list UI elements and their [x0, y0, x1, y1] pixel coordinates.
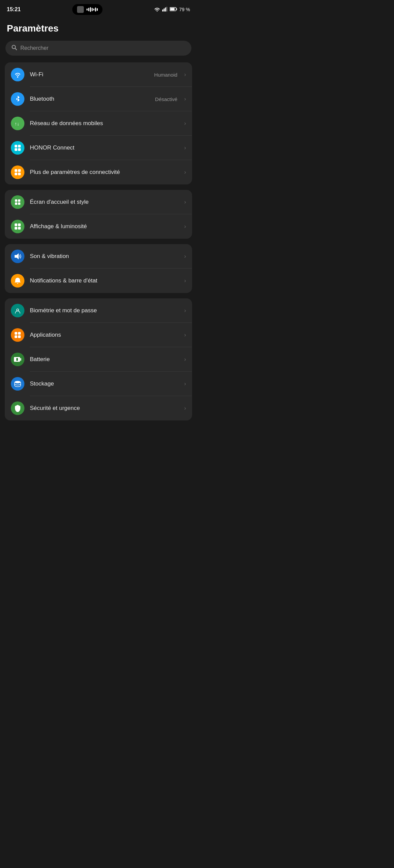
settings-group-security-apps: Biométrie et mot de passe › Applications… — [5, 298, 192, 420]
svg-rect-25 — [18, 227, 21, 230]
svg-rect-23 — [18, 223, 21, 226]
mobile-data-label: Réseau de données mobiles — [30, 120, 179, 127]
svg-rect-33 — [20, 358, 21, 361]
settings-item-wifi[interactable]: Wi-Fi Humanoid › — [5, 62, 192, 87]
bluetooth-icon — [11, 92, 24, 106]
page-title: Paramètres — [0, 18, 197, 41]
svg-rect-11 — [18, 145, 21, 147]
svg-rect-10 — [15, 145, 17, 147]
settings-item-battery[interactable]: Batterie › — [5, 347, 192, 372]
more-connectivity-icon — [11, 165, 24, 179]
chevron-icon: › — [184, 308, 186, 314]
settings-item-notifications[interactable]: Notifications & barre d'état › — [5, 269, 192, 293]
svg-rect-16 — [15, 173, 17, 175]
settings-item-mobile-data[interactable]: ↑↓ Réseau de données mobiles › — [5, 111, 192, 136]
status-indicators: 79 % — [154, 7, 190, 13]
settings-item-storage[interactable]: Stockage › — [5, 372, 192, 396]
svg-rect-28 — [15, 332, 17, 335]
app-thumbnail — [77, 6, 84, 13]
search-placeholder: Rechercher — [20, 45, 49, 51]
notifications-label: Notifications & barre d'état — [30, 277, 179, 284]
signal-strength-icon — [162, 7, 168, 13]
applications-label: Applications — [30, 332, 179, 338]
notifications-icon — [11, 274, 24, 288]
svg-rect-12 — [15, 148, 17, 151]
settings-item-display-brightness[interactable]: Affichage & luminosité › — [5, 214, 192, 239]
settings-group-connectivity: Wi-Fi Humanoid › Bluetooth Désactivé › ↑… — [5, 62, 192, 184]
applications-icon — [11, 328, 24, 342]
svg-rect-21 — [18, 202, 20, 205]
search-icon — [12, 45, 17, 52]
settings-group-sound-notif: Son & vibration › Notifications & barre … — [5, 244, 192, 293]
settings-item-biometrics[interactable]: Biométrie et mot de passe › — [5, 298, 192, 323]
settings-item-bluetooth[interactable]: Bluetooth Désactivé › — [5, 87, 192, 111]
svg-rect-17 — [18, 173, 21, 175]
svg-rect-34 — [16, 358, 18, 361]
svg-rect-15 — [18, 169, 21, 172]
biometrics-label: Biométrie et mot de passe — [30, 307, 179, 314]
audio-wave-icon — [87, 7, 98, 12]
svg-rect-3 — [166, 7, 167, 12]
chevron-icon: › — [184, 278, 186, 284]
biometrics-icon — [11, 304, 24, 317]
battery-percent: 79 % — [179, 7, 190, 12]
settings-item-more-connectivity[interactable]: Plus de paramètres de connectivité › — [5, 160, 192, 184]
battery-label: Batterie — [30, 356, 179, 363]
settings-item-home-screen[interactable]: Écran d'accueil et style › — [5, 190, 192, 214]
display-brightness-label: Affichage & luminosité — [30, 223, 179, 230]
more-connectivity-label: Plus de paramètres de connectivité — [30, 169, 179, 176]
chevron-icon: › — [184, 199, 186, 205]
chevron-icon: › — [184, 332, 186, 338]
svg-rect-1 — [164, 8, 165, 12]
home-screen-label: Écran d'accueil et style — [30, 199, 179, 205]
honor-connect-label: HONOR Connect — [30, 144, 179, 151]
svg-rect-19 — [18, 199, 20, 202]
svg-point-27 — [17, 309, 19, 311]
chevron-icon: › — [184, 253, 186, 259]
bluetooth-value: Désactivé — [155, 96, 177, 102]
settings-item-honor-connect[interactable]: HONOR Connect › — [5, 136, 192, 160]
svg-rect-0 — [162, 9, 163, 12]
settings-group-display: Écran d'accueil et style › Affichage & l… — [5, 190, 192, 239]
wifi-icon — [11, 68, 24, 81]
chevron-icon: › — [184, 120, 186, 126]
svg-rect-6 — [170, 8, 175, 11]
svg-rect-2 — [165, 7, 166, 12]
chevron-icon: › — [184, 405, 186, 411]
mobile-data-icon: ↑↓ — [11, 117, 24, 130]
wifi-label: Wi-Fi — [30, 71, 149, 78]
svg-marker-26 — [15, 253, 19, 259]
svg-text:✱: ✱ — [16, 406, 20, 411]
security-label: Sécurité et urgence — [30, 405, 179, 412]
display-brightness-icon — [11, 220, 24, 233]
chevron-icon: › — [184, 96, 186, 102]
honor-connect-icon — [11, 141, 24, 155]
chevron-icon: › — [184, 72, 186, 78]
status-center-pill — [72, 4, 102, 15]
chevron-icon: › — [184, 169, 186, 175]
storage-label: Stockage — [30, 380, 179, 387]
svg-rect-13 — [18, 148, 21, 151]
chevron-icon: › — [184, 381, 186, 387]
chevron-icon: › — [184, 223, 186, 230]
svg-rect-14 — [15, 169, 17, 172]
svg-rect-29 — [18, 332, 21, 335]
svg-rect-24 — [15, 227, 17, 230]
settings-item-security[interactable]: ✱ Sécurité et urgence › — [5, 396, 192, 420]
battery-icon — [11, 353, 24, 366]
svg-line-8 — [15, 48, 17, 50]
settings-item-sound[interactable]: Son & vibration › — [5, 244, 192, 269]
search-bar[interactable]: Rechercher — [5, 41, 191, 56]
svg-point-36 — [15, 381, 21, 383]
settings-item-applications[interactable]: Applications › — [5, 323, 192, 347]
status-bar: 15:21 79 % — [0, 0, 197, 18]
sound-label: Son & vibration — [30, 253, 179, 260]
bluetooth-label: Bluetooth — [30, 96, 150, 102]
status-time: 15:21 — [7, 6, 21, 13]
chevron-icon: › — [184, 145, 186, 151]
chevron-icon: › — [184, 356, 186, 362]
wifi-status-icon — [154, 7, 160, 13]
svg-rect-18 — [15, 199, 17, 202]
battery-icon — [170, 7, 177, 12]
svg-rect-22 — [15, 223, 17, 226]
